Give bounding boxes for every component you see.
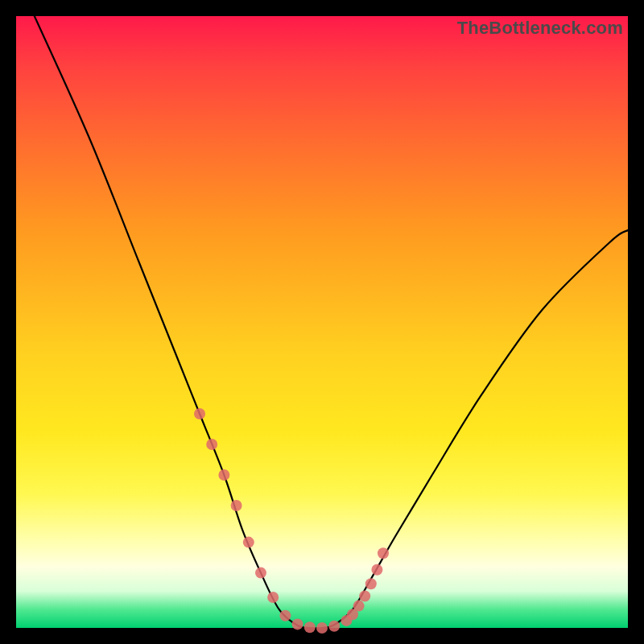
marker-dot xyxy=(267,592,279,603)
marker-dot xyxy=(371,564,382,576)
marker-dot xyxy=(255,568,266,579)
chart-frame: TheBottleneck.com xyxy=(16,16,628,628)
marker-dot xyxy=(243,537,254,548)
marker-dot xyxy=(316,622,328,634)
marker-dot xyxy=(231,500,242,511)
marker-dot xyxy=(304,621,316,633)
marker-dot xyxy=(292,618,303,630)
marker-dot xyxy=(218,469,229,481)
marker-dot xyxy=(365,578,377,589)
marker-dot xyxy=(279,610,291,621)
marker-dot xyxy=(328,621,340,632)
marker-dot xyxy=(353,601,365,612)
marker-dot xyxy=(378,547,389,559)
marker-dot xyxy=(359,591,370,602)
marker-dot xyxy=(206,439,217,450)
bottleneck-curve-path xyxy=(35,16,628,628)
marker-dot xyxy=(194,408,205,419)
chart-svg xyxy=(16,16,628,628)
